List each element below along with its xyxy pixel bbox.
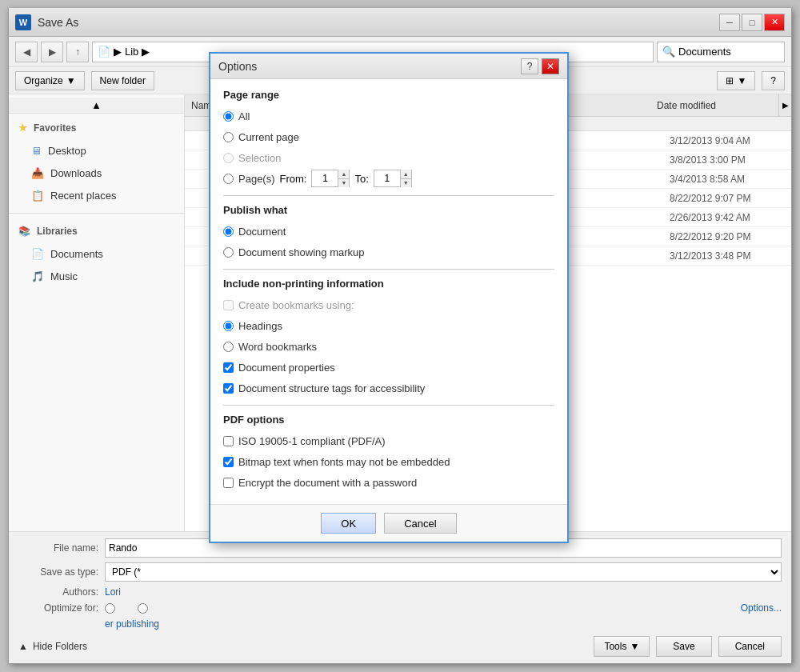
radio-current-page[interactable] bbox=[223, 132, 234, 142]
radio-all-label: All bbox=[238, 110, 250, 122]
radio-document-label: Document bbox=[238, 226, 286, 238]
file-date-cell: 8/22/2012 9:20 PM bbox=[663, 231, 791, 242]
optimize-label: Optimize for: bbox=[18, 602, 98, 614]
radio-document-markup-label: Document showing markup bbox=[238, 246, 365, 258]
sidebar-item-recent[interactable]: 📋 Recent places bbox=[9, 184, 184, 206]
radio-word-bookmarks[interactable] bbox=[223, 342, 234, 352]
title-bar-left: W Save As bbox=[15, 14, 78, 30]
back-button[interactable]: ◀ bbox=[15, 42, 38, 62]
ok-button[interactable]: OK bbox=[321, 513, 376, 534]
up-button[interactable]: ↑ bbox=[66, 42, 89, 62]
maximize-button[interactable]: □ bbox=[742, 14, 762, 31]
scroll-right-arrow[interactable]: ▶ bbox=[778, 94, 791, 116]
sidebar-item-documents[interactable]: 📄 Documents bbox=[9, 242, 184, 265]
help-icon: ? bbox=[770, 75, 776, 86]
minimize-button[interactable]: ─ bbox=[719, 14, 740, 31]
create-bookmarks-checkbox[interactable] bbox=[223, 300, 234, 310]
organize-button[interactable]: Organize ▼ bbox=[15, 71, 85, 90]
save-type-select[interactable]: PDF (* bbox=[105, 562, 782, 582]
to-spinner-up[interactable]: ▲ bbox=[401, 170, 411, 179]
path-breadcrumb2: ▶ bbox=[142, 46, 150, 58]
window-title: Save As bbox=[38, 16, 78, 29]
iso-checkbox[interactable] bbox=[223, 436, 234, 446]
from-input[interactable] bbox=[312, 170, 338, 186]
encrypt-checkbox[interactable] bbox=[223, 478, 234, 488]
options-title: Options bbox=[218, 60, 257, 73]
radio-selection[interactable] bbox=[223, 153, 234, 163]
publishing-row: er publishing bbox=[18, 618, 782, 630]
file-date-cell: 3/4/2013 8:58 AM bbox=[663, 174, 791, 185]
create-bookmarks-row: Create bookmarks using: bbox=[223, 296, 554, 314]
radio-headings-row: Headings bbox=[223, 317, 554, 334]
dialog-cancel-button[interactable]: Cancel bbox=[384, 513, 456, 534]
libraries-icon: 📚 bbox=[18, 226, 30, 237]
file-date-cell: 3/12/2013 9:04 AM bbox=[663, 135, 791, 146]
pdf-options-title: PDF options bbox=[223, 414, 554, 426]
cancel-button[interactable]: Cancel bbox=[718, 636, 782, 657]
music-label: Music bbox=[50, 270, 78, 282]
radio-headings[interactable] bbox=[223, 321, 234, 331]
optimize-radio-min[interactable] bbox=[138, 603, 148, 614]
radio-headings-label: Headings bbox=[238, 320, 282, 332]
documents-label: Documents bbox=[50, 248, 103, 260]
authors-link[interactable]: Lori bbox=[105, 586, 121, 598]
tools-label: Tools bbox=[604, 641, 626, 652]
radio-pages[interactable] bbox=[223, 174, 234, 184]
music-icon: 🎵 bbox=[31, 270, 44, 282]
encrypt-row: Encrypt the document with a password bbox=[223, 474, 554, 491]
from-spinner-up[interactable]: ▲ bbox=[338, 170, 349, 179]
hide-folders-icon: ▲ bbox=[18, 641, 28, 652]
search-bar[interactable]: 🔍 Documents bbox=[657, 42, 785, 62]
sidebar-item-favorites[interactable]: ★ Favorites bbox=[9, 117, 184, 139]
tools-button[interactable]: Tools ▼ bbox=[594, 636, 650, 657]
optimize-radio-standard[interactable] bbox=[105, 603, 115, 614]
view-icon: ⊞ bbox=[726, 75, 734, 86]
help-button[interactable]: ? bbox=[762, 71, 785, 90]
hide-folders-label: Hide Folders bbox=[33, 641, 87, 652]
final-row: ▲ Hide Folders Tools ▼ Save Cancel bbox=[18, 636, 782, 657]
radio-document[interactable] bbox=[223, 226, 234, 237]
path-icon: 📄 bbox=[98, 46, 110, 58]
save-button[interactable]: Save bbox=[656, 636, 711, 657]
new-folder-button[interactable]: New folder bbox=[91, 71, 154, 90]
close-button[interactable]: ✕ bbox=[764, 14, 785, 31]
col-date-header[interactable]: Date modified bbox=[650, 94, 778, 116]
organize-label: Organize bbox=[24, 75, 63, 86]
doc-properties-row: Document properties bbox=[223, 358, 554, 376]
options-help-button[interactable]: ? bbox=[521, 58, 538, 74]
bitmap-checkbox[interactable] bbox=[223, 457, 234, 467]
file-date-cell: 2/26/2013 9:42 AM bbox=[663, 212, 791, 223]
radio-all-row: All bbox=[223, 107, 554, 125]
to-input[interactable] bbox=[374, 170, 400, 186]
iso-label: ISO 19005-1 compliant (PDF/A) bbox=[238, 435, 386, 447]
sidebar-item-desktop[interactable]: 🖥 Desktop bbox=[9, 139, 184, 162]
to-spinner-buttons: ▲ ▼ bbox=[400, 170, 411, 187]
path-lib: Lib bbox=[125, 46, 138, 58]
from-spinner: ▲ ▼ bbox=[311, 170, 350, 187]
radio-all[interactable] bbox=[223, 111, 234, 122]
radio-document-markup[interactable] bbox=[223, 247, 234, 258]
options-close-button[interactable]: ✕ bbox=[542, 58, 559, 74]
iso-row: ISO 19005-1 compliant (PDF/A) bbox=[223, 432, 554, 450]
publishing-link[interactable]: er publishing bbox=[105, 618, 159, 630]
view-button[interactable]: ⊞ ▼ bbox=[717, 71, 755, 90]
sidebar-item-music[interactable]: 🎵 Music bbox=[9, 265, 184, 287]
from-spinner-down[interactable]: ▼ bbox=[338, 179, 349, 188]
doc-properties-checkbox[interactable] bbox=[223, 362, 234, 373]
options-link[interactable]: Options... bbox=[741, 602, 782, 614]
doc-structure-checkbox[interactable] bbox=[223, 383, 234, 394]
new-folder-label: New folder bbox=[100, 75, 146, 86]
sidebar-item-downloads[interactable]: 📥 Downloads bbox=[9, 162, 184, 184]
sidebar-scroll-top[interactable]: ▲ bbox=[9, 98, 184, 114]
bottom-bar: File name: Save as type: PDF (* Authors:… bbox=[9, 531, 791, 663]
final-buttons: Tools ▼ Save Cancel bbox=[594, 636, 782, 657]
sidebar-item-libraries[interactable]: 📚 Libraries bbox=[9, 220, 184, 242]
radio-selection-row: Selection bbox=[223, 149, 554, 166]
hide-folders-button[interactable]: ▲ Hide Folders bbox=[18, 641, 87, 652]
downloads-icon: 📥 bbox=[31, 167, 44, 179]
to-spinner-down[interactable]: ▼ bbox=[401, 179, 411, 188]
options-dialog: Options ? ✕ Page range All Cu bbox=[209, 52, 569, 543]
sidebar-favorites-section: ★ Favorites 🖥 Desktop 📥 Downloads 📋 Rece… bbox=[9, 114, 184, 210]
forward-button[interactable]: ▶ bbox=[41, 42, 63, 62]
star-icon: ★ bbox=[18, 122, 27, 134]
